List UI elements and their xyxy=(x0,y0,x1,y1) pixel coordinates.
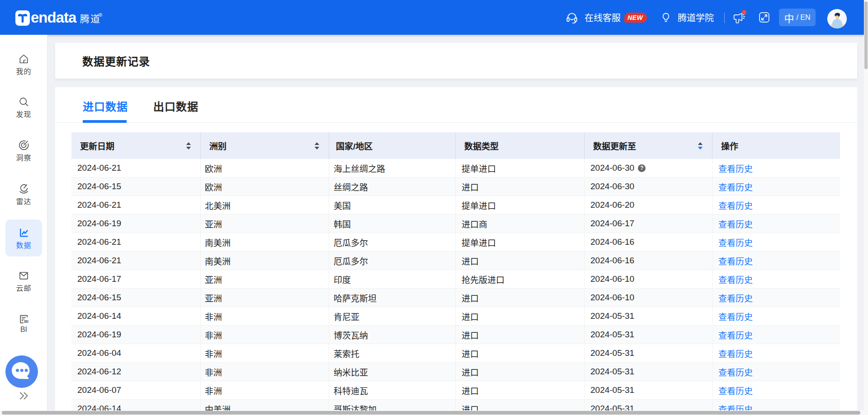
svg-text:BI: BI xyxy=(24,319,28,324)
